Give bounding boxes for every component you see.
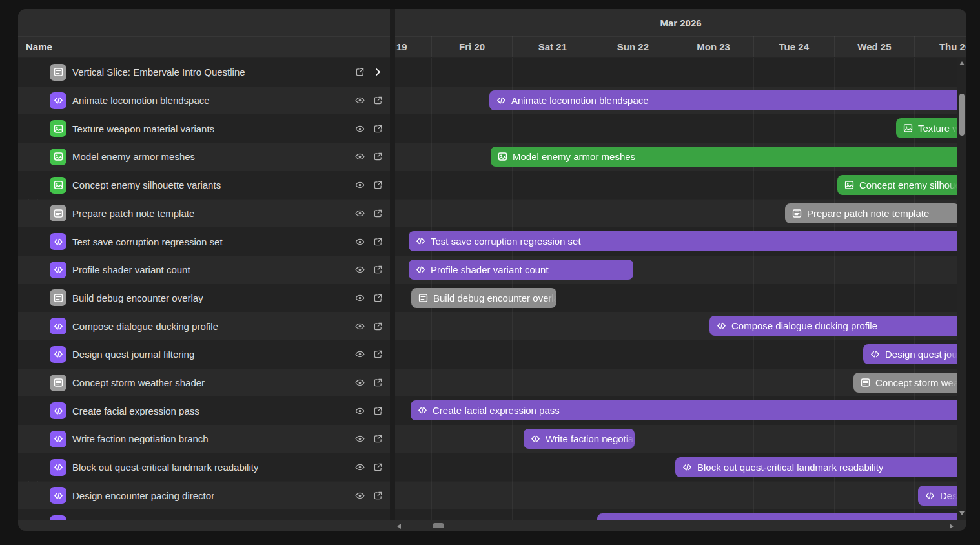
- image-icon: [497, 151, 508, 162]
- open-icon[interactable]: [373, 433, 383, 444]
- eye-icon[interactable]: [354, 293, 365, 303]
- task-row[interactable]: Design quest journal filtering: [18, 340, 390, 369]
- eye-icon[interactable]: [354, 123, 365, 134]
- open-icon[interactable]: [373, 123, 383, 134]
- gantt-bar[interactable]: Profile shader variant count: [409, 260, 633, 280]
- eye-icon[interactable]: [354, 406, 365, 416]
- gantt-bar[interactable]: Concept enemy silhouette variants: [837, 175, 957, 195]
- open-icon[interactable]: [373, 406, 383, 416]
- eye-icon[interactable]: [354, 377, 365, 388]
- task-row[interactable]: Design encounter pacing director: [18, 482, 390, 510]
- task-name: Texture weapon material variants: [72, 123, 214, 134]
- task-row[interactable]: Compose dialogue ducking profile: [18, 312, 390, 340]
- gantt-bar[interactable]: Concept storm weather shader: [853, 373, 957, 393]
- gantt-bar[interactable]: Write faction negotiation branch: [524, 429, 635, 449]
- open-icon[interactable]: [373, 462, 383, 473]
- task-row[interactable]: Model enemy armor meshes: [18, 143, 390, 171]
- day-header-tue-24: Tue 24: [753, 36, 834, 57]
- scroll-right-icon[interactable]: [950, 524, 954, 529]
- gantt-bar-label: Prepare patch note template: [807, 208, 957, 219]
- eye-icon[interactable]: [354, 490, 365, 501]
- gantt-bar[interactable]: Animate locomotion blendspace: [489, 90, 957, 110]
- day-header-sat-21: Sat 21: [512, 36, 593, 57]
- task-row[interactable]: Vertical Slice: Embervale Intro Questlin…: [18, 58, 390, 87]
- task-row[interactable]: Create facial expression pass: [18, 396, 390, 425]
- task-row[interactable]: Concept storm weather shader: [18, 369, 390, 397]
- horizontal-scrollbar[interactable]: [18, 520, 966, 531]
- gantt-bar[interactable]: [597, 513, 957, 520]
- code-icon: [415, 264, 426, 275]
- gantt-bar-label: Block out quest-critical landmark readab…: [697, 462, 957, 473]
- code-icon: [716, 320, 727, 331]
- gantt-bar[interactable]: Design quest journal filtering: [863, 344, 957, 364]
- doc-icon: [50, 64, 66, 81]
- task-row[interactable]: Texture weapon material variants: [18, 114, 390, 143]
- code-icon: [530, 433, 541, 444]
- gantt-bar[interactable]: Prepare patch note template: [785, 203, 957, 223]
- gantt-row: [395, 482, 957, 510]
- open-icon[interactable]: [373, 180, 383, 190]
- gantt-bar[interactable]: Test save corruption regression set: [409, 231, 957, 251]
- open-icon[interactable]: [373, 349, 383, 360]
- eye-icon[interactable]: [354, 462, 365, 473]
- code-icon: [50, 346, 66, 363]
- task-row[interactable]: Concept enemy silhouette variants: [18, 171, 390, 200]
- open-icon[interactable]: [373, 490, 383, 501]
- scroll-up-icon[interactable]: [959, 61, 965, 65]
- task-row[interactable]: Animate locomotion blendspace: [18, 87, 390, 115]
- task-row[interactable]: Build debug encounter overlay: [18, 284, 390, 313]
- eye-icon[interactable]: [354, 151, 365, 162]
- gantt-bar[interactable]: Texture weapon material variants: [896, 118, 957, 138]
- open-icon[interactable]: [373, 293, 383, 303]
- gantt-bar[interactable]: Design encounter pacing director: [918, 486, 957, 506]
- open-icon[interactable]: [373, 151, 383, 162]
- eye-icon[interactable]: [354, 208, 365, 219]
- open-icon[interactable]: [373, 95, 383, 106]
- eye-icon[interactable]: [354, 236, 365, 247]
- doc-icon: [50, 289, 66, 306]
- task-row[interactable]: [18, 509, 390, 520]
- scroll-left-icon[interactable]: [397, 524, 401, 529]
- chevron-right-icon[interactable]: [373, 67, 383, 77]
- code-icon: [50, 515, 66, 520]
- day-gridline: [593, 58, 593, 520]
- eye-icon[interactable]: [354, 264, 365, 275]
- gantt-bar-label: Design encounter pacing director: [940, 490, 957, 501]
- open-icon[interactable]: [373, 264, 383, 275]
- gantt-row: [395, 114, 957, 143]
- scroll-down-icon[interactable]: [959, 511, 965, 515]
- gantt-bar[interactable]: Block out quest-critical landmark readab…: [675, 457, 957, 477]
- image-icon: [50, 120, 66, 137]
- doc-icon: [418, 293, 429, 303]
- gantt-row: [395, 425, 957, 453]
- gantt-bar-label: Profile shader variant count: [431, 264, 633, 275]
- open-icon[interactable]: [354, 67, 365, 77]
- eye-icon[interactable]: [354, 349, 365, 360]
- open-icon[interactable]: [373, 236, 383, 247]
- task-row[interactable]: Profile shader variant count: [18, 256, 390, 284]
- open-icon[interactable]: [373, 321, 383, 332]
- horizontal-scrollbar-thumb[interactable]: [433, 523, 444, 528]
- task-row[interactable]: Block out quest-critical landmark readab…: [18, 453, 390, 482]
- task-row[interactable]: Prepare patch note template: [18, 200, 390, 228]
- gantt-bar[interactable]: Model enemy armor meshes: [491, 147, 957, 167]
- code-icon: [924, 490, 935, 501]
- gantt-bar[interactable]: Compose dialogue ducking profile: [709, 316, 957, 336]
- eye-icon[interactable]: [354, 95, 365, 106]
- day-header-thu-19: Thu 19: [395, 36, 431, 57]
- eye-icon[interactable]: [354, 321, 365, 332]
- task-row[interactable]: Test save corruption regression set: [18, 227, 390, 256]
- eye-icon[interactable]: [354, 433, 365, 444]
- gantt-bar[interactable]: Create facial expression pass: [411, 400, 957, 420]
- panel-resize-handle[interactable]: [390, 9, 395, 520]
- code-icon: [50, 402, 66, 419]
- open-icon[interactable]: [373, 377, 383, 388]
- open-icon[interactable]: [373, 208, 383, 219]
- vertical-scrollbar-thumb[interactable]: [959, 94, 965, 136]
- gantt-bar[interactable]: Build debug encounter overlay: [411, 288, 556, 308]
- vertical-scrollbar[interactable]: [957, 58, 966, 520]
- day-header-sun-22: Sun 22: [593, 36, 673, 57]
- task-row[interactable]: Write faction negotiation branch: [18, 425, 390, 453]
- eye-icon[interactable]: [354, 180, 365, 190]
- code-icon: [50, 459, 66, 476]
